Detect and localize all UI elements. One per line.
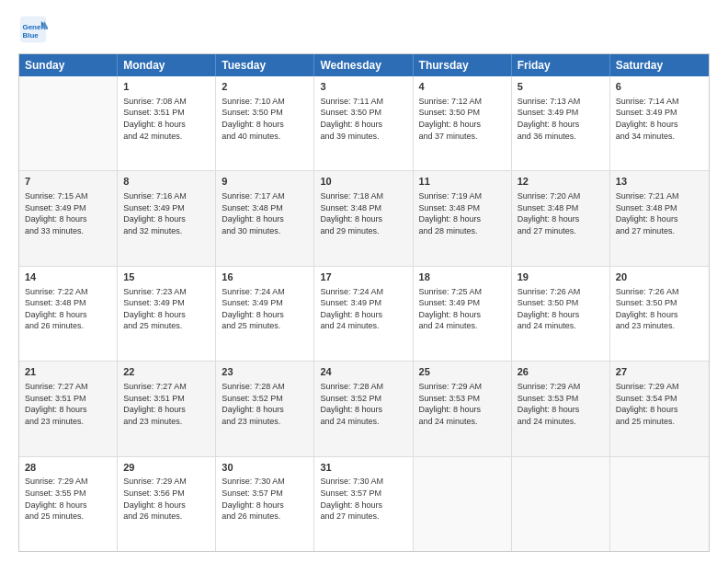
day-cell-2: 2Sunrise: 7:10 AM Sunset: 3:50 PM Daylig… [216, 76, 314, 170]
day-number: 24 [320, 365, 406, 379]
day-cell-30: 30Sunrise: 7:30 AM Sunset: 3:57 PM Dayli… [216, 457, 314, 551]
day-info: Sunrise: 7:13 AM Sunset: 3:49 PM Dayligh… [518, 96, 604, 142]
day-info: Sunrise: 7:16 AM Sunset: 3:49 PM Dayligh… [123, 190, 210, 236]
day-info: Sunrise: 7:17 AM Sunset: 3:48 PM Dayligh… [222, 190, 308, 236]
day-number: 6 [616, 80, 703, 94]
calendar-body: 1Sunrise: 7:08 AM Sunset: 3:51 PM Daylig… [19, 76, 709, 551]
calendar: SundayMondayTuesdayWednesdayThursdayFrid… [18, 53, 710, 552]
day-header-wednesday: Wednesday [314, 54, 413, 76]
day-number: 19 [518, 270, 604, 284]
empty-cell [19, 76, 118, 170]
day-cell-4: 4Sunrise: 7:12 AM Sunset: 3:50 PM Daylig… [414, 76, 512, 170]
svg-text:Blue: Blue [22, 31, 39, 40]
day-number: 4 [419, 80, 506, 94]
day-number: 18 [419, 270, 506, 284]
day-info: Sunrise: 7:30 AM Sunset: 3:57 PM Dayligh… [222, 476, 308, 522]
day-cell-29: 29Sunrise: 7:29 AM Sunset: 3:56 PM Dayli… [118, 457, 216, 551]
day-info: Sunrise: 7:24 AM Sunset: 3:49 PM Dayligh… [222, 286, 308, 332]
calendar-row-1: 1Sunrise: 7:08 AM Sunset: 3:51 PM Daylig… [19, 76, 709, 170]
day-cell-21: 21Sunrise: 7:27 AM Sunset: 3:51 PM Dayli… [19, 362, 118, 455]
day-info: Sunrise: 7:27 AM Sunset: 3:51 PM Dayligh… [25, 381, 111, 427]
day-number: 31 [320, 461, 406, 475]
day-info: Sunrise: 7:23 AM Sunset: 3:49 PM Dayligh… [123, 286, 210, 332]
calendar-row-3: 14Sunrise: 7:22 AM Sunset: 3:48 PM Dayli… [19, 266, 709, 361]
day-number: 9 [222, 175, 308, 189]
day-cell-19: 19Sunrise: 7:26 AM Sunset: 3:50 PM Dayli… [512, 267, 610, 361]
calendar-header: SundayMondayTuesdayWednesdayThursdayFrid… [19, 54, 709, 76]
day-cell-22: 22Sunrise: 7:27 AM Sunset: 3:51 PM Dayli… [118, 362, 216, 455]
day-info: Sunrise: 7:18 AM Sunset: 3:48 PM Dayligh… [320, 190, 406, 236]
day-cell-5: 5Sunrise: 7:13 AM Sunset: 3:49 PM Daylig… [512, 76, 610, 170]
day-number: 12 [518, 175, 604, 189]
day-info: Sunrise: 7:12 AM Sunset: 3:50 PM Dayligh… [419, 96, 506, 142]
day-cell-3: 3Sunrise: 7:11 AM Sunset: 3:50 PM Daylig… [314, 76, 413, 170]
calendar-row-5: 28Sunrise: 7:29 AM Sunset: 3:55 PM Dayli… [19, 456, 709, 551]
day-info: Sunrise: 7:26 AM Sunset: 3:50 PM Dayligh… [616, 286, 703, 332]
day-number: 22 [123, 365, 210, 379]
day-info: Sunrise: 7:29 AM Sunset: 3:53 PM Dayligh… [518, 381, 604, 427]
day-cell-24: 24Sunrise: 7:28 AM Sunset: 3:52 PM Dayli… [314, 362, 413, 455]
day-info: Sunrise: 7:22 AM Sunset: 3:48 PM Dayligh… [25, 286, 111, 332]
day-cell-6: 6Sunrise: 7:14 AM Sunset: 3:49 PM Daylig… [610, 76, 709, 170]
day-info: Sunrise: 7:29 AM Sunset: 3:54 PM Dayligh… [616, 381, 703, 427]
calendar-page: General Blue SundayMondayTuesdayWednesda… [0, 0, 728, 563]
day-cell-9: 9Sunrise: 7:17 AM Sunset: 3:48 PM Daylig… [216, 171, 314, 265]
day-cell-17: 17Sunrise: 7:24 AM Sunset: 3:49 PM Dayli… [314, 267, 413, 361]
empty-cell [512, 457, 610, 551]
day-number: 1 [123, 80, 210, 94]
day-header-tuesday: Tuesday [216, 54, 314, 76]
day-info: Sunrise: 7:14 AM Sunset: 3:49 PM Dayligh… [616, 96, 703, 142]
day-header-monday: Monday [118, 54, 216, 76]
day-cell-8: 8Sunrise: 7:16 AM Sunset: 3:49 PM Daylig… [118, 171, 216, 265]
day-cell-1: 1Sunrise: 7:08 AM Sunset: 3:51 PM Daylig… [118, 76, 216, 170]
day-cell-28: 28Sunrise: 7:29 AM Sunset: 3:55 PM Dayli… [19, 457, 118, 551]
day-info: Sunrise: 7:28 AM Sunset: 3:52 PM Dayligh… [222, 381, 308, 427]
day-header-saturday: Saturday [610, 54, 709, 76]
day-cell-26: 26Sunrise: 7:29 AM Sunset: 3:53 PM Dayli… [512, 362, 610, 455]
calendar-row-4: 21Sunrise: 7:27 AM Sunset: 3:51 PM Dayli… [19, 361, 709, 455]
day-cell-12: 12Sunrise: 7:20 AM Sunset: 3:48 PM Dayli… [512, 171, 610, 265]
day-number: 13 [616, 175, 703, 189]
day-info: Sunrise: 7:25 AM Sunset: 3:49 PM Dayligh… [419, 286, 506, 332]
day-number: 29 [123, 461, 210, 475]
day-number: 2 [222, 80, 308, 94]
day-info: Sunrise: 7:27 AM Sunset: 3:51 PM Dayligh… [123, 381, 210, 427]
day-number: 11 [419, 175, 506, 189]
day-cell-31: 31Sunrise: 7:30 AM Sunset: 3:57 PM Dayli… [314, 457, 413, 551]
day-cell-11: 11Sunrise: 7:19 AM Sunset: 3:48 PM Dayli… [414, 171, 512, 265]
day-number: 26 [518, 365, 604, 379]
logo-icon: General Blue [18, 15, 48, 44]
day-info: Sunrise: 7:24 AM Sunset: 3:49 PM Dayligh… [320, 286, 406, 332]
day-number: 14 [25, 270, 111, 284]
day-number: 30 [222, 461, 308, 475]
day-cell-23: 23Sunrise: 7:28 AM Sunset: 3:52 PM Dayli… [216, 362, 314, 455]
day-number: 8 [123, 175, 210, 189]
day-number: 10 [320, 175, 406, 189]
empty-cell [610, 457, 709, 551]
day-header-sunday: Sunday [19, 54, 118, 76]
day-info: Sunrise: 7:28 AM Sunset: 3:52 PM Dayligh… [320, 381, 406, 427]
day-info: Sunrise: 7:08 AM Sunset: 3:51 PM Dayligh… [123, 96, 210, 142]
page-header: General Blue [18, 15, 710, 44]
day-cell-20: 20Sunrise: 7:26 AM Sunset: 3:50 PM Dayli… [610, 267, 709, 361]
day-cell-27: 27Sunrise: 7:29 AM Sunset: 3:54 PM Dayli… [610, 362, 709, 455]
day-number: 20 [616, 270, 703, 284]
calendar-row-2: 7Sunrise: 7:15 AM Sunset: 3:49 PM Daylig… [19, 170, 709, 265]
day-header-thursday: Thursday [414, 54, 512, 76]
day-number: 27 [616, 365, 703, 379]
day-number: 7 [25, 175, 111, 189]
empty-cell [414, 457, 512, 551]
day-info: Sunrise: 7:29 AM Sunset: 3:56 PM Dayligh… [123, 476, 210, 522]
day-cell-13: 13Sunrise: 7:21 AM Sunset: 3:48 PM Dayli… [610, 171, 709, 265]
day-number: 21 [25, 365, 111, 379]
day-cell-18: 18Sunrise: 7:25 AM Sunset: 3:49 PM Dayli… [414, 267, 512, 361]
day-number: 17 [320, 270, 406, 284]
day-info: Sunrise: 7:29 AM Sunset: 3:55 PM Dayligh… [25, 476, 111, 522]
day-info: Sunrise: 7:20 AM Sunset: 3:48 PM Dayligh… [518, 190, 604, 236]
day-info: Sunrise: 7:21 AM Sunset: 3:48 PM Dayligh… [616, 190, 703, 236]
day-number: 25 [419, 365, 506, 379]
day-cell-15: 15Sunrise: 7:23 AM Sunset: 3:49 PM Dayli… [118, 267, 216, 361]
day-info: Sunrise: 7:26 AM Sunset: 3:50 PM Dayligh… [518, 286, 604, 332]
day-info: Sunrise: 7:10 AM Sunset: 3:50 PM Dayligh… [222, 96, 308, 142]
day-header-friday: Friday [512, 54, 610, 76]
